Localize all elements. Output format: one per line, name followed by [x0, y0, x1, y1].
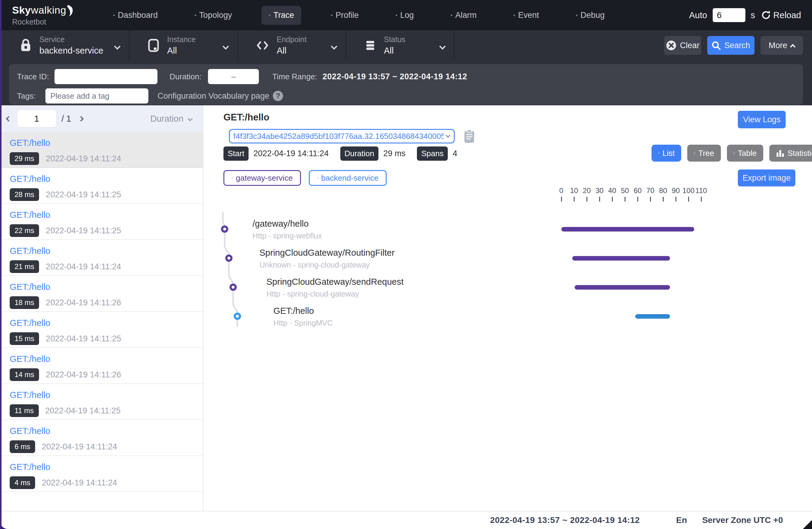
- trace-list-item[interactable]: GET:/hello 11 ms 2022-04-19 14:11:25: [0, 384, 203, 420]
- span-node-icon[interactable]: [234, 313, 241, 320]
- reload-button[interactable]: Reload: [760, 10, 801, 20]
- help-icon[interactable]: ?: [273, 91, 283, 101]
- copy-clipboard-icon[interactable]: [464, 130, 475, 144]
- view-mode-button[interactable]: Table: [727, 145, 763, 162]
- trace-timestamp: 2022-04-19 14:11:25: [46, 190, 121, 200]
- language-select[interactable]: En: [676, 515, 687, 525]
- span-row[interactable]: SpringCloudGateway/sendRequestHttp - spr…: [204, 273, 812, 302]
- trace-timestamp: 2022-04-19 14:11:24: [46, 262, 121, 271]
- search-button[interactable]: Search: [707, 36, 754, 55]
- service-chip[interactable]: backend-service: [309, 170, 387, 186]
- auto-label: Auto: [689, 10, 707, 20]
- chevron-down-icon: [188, 116, 193, 121]
- view-mode-button[interactable]: Tree: [687, 145, 721, 162]
- trace-list-item[interactable]: GET:/hello 29 ms 2022-04-19 14:11:24: [0, 132, 203, 168]
- service-chip-label: gateway-service: [236, 173, 293, 183]
- vocabulary-link[interactable]: Configuration Vocabulary page ?: [157, 91, 283, 101]
- duration-input[interactable]: [208, 69, 259, 84]
- page-total: / 1: [61, 114, 71, 124]
- trace-timestamp: 2022-04-19 14:11:26: [46, 370, 121, 380]
- nav-item[interactable]: Profile: [324, 6, 366, 25]
- span-duration-bar[interactable]: [561, 227, 694, 232]
- span-duration-bar[interactable]: [635, 314, 670, 319]
- service-icon: [19, 39, 32, 53]
- skywalking-app: Skywalking Rocketbot Dashboard Topology …: [0, 0, 812, 529]
- span-node-icon[interactable]: [225, 254, 233, 262]
- chevron-down-icon: [114, 43, 120, 50]
- filter-group[interactable]: Endpoint All: [238, 30, 346, 60]
- nav-item[interactable]: Event: [506, 6, 546, 25]
- nav-item-dot-icon: [195, 15, 196, 16]
- server-zone-select[interactable]: Server Zone UTC +0: [702, 515, 783, 525]
- span-title[interactable]: GET:/hello: [273, 306, 314, 316]
- nav-item[interactable]: Dashboard: [106, 6, 165, 25]
- view-mode-dot-icon: [734, 152, 735, 154]
- filter-group[interactable]: Service backend-service: [0, 30, 130, 60]
- next-page-icon[interactable]: [78, 116, 84, 121]
- span-duration-bar[interactable]: [572, 256, 670, 261]
- trace-duration-badge: 6 ms: [10, 440, 35, 453]
- view-mode-dot-icon: [658, 152, 659, 154]
- view-mode-button[interactable]: List: [652, 145, 681, 162]
- trace-id-select[interactable]: f4f3f3c34abe4252a89d5bf103f776aa.32.1650…: [229, 129, 455, 144]
- nav-item[interactable]: Alarm: [444, 6, 484, 25]
- service-legend: gateway-service backend-service: [223, 170, 387, 186]
- span-title[interactable]: SpringCloudGateway/RoutingFilter: [259, 248, 395, 258]
- nav-items: Dashboard Topology Trace Profile: [106, 6, 612, 25]
- reload-icon: [760, 10, 771, 20]
- sort-label: Duration: [150, 114, 184, 124]
- span-row[interactable]: /gateway/helloHttp - spring-webflux: [204, 215, 812, 244]
- nav-item-dot-icon: [269, 15, 270, 16]
- view-logs-button[interactable]: View Logs: [738, 111, 786, 128]
- span-title[interactable]: /gateway/hello: [252, 219, 308, 229]
- span-title[interactable]: SpringCloudGateway/sendRequest: [266, 277, 404, 287]
- axis-tick-label: 110: [692, 187, 710, 195]
- trace-list-item[interactable]: GET:/hello 21 ms 2022-04-19 14:11:24: [0, 240, 203, 276]
- clear-button[interactable]: Clear: [664, 36, 701, 55]
- trace-list-item[interactable]: GET:/hello 6 ms 2022-04-19 14:11:24: [0, 420, 203, 456]
- service-chip[interactable]: gateway-service: [223, 170, 301, 186]
- trace-timestamp: 2022-04-19 14:11:25: [46, 334, 121, 343]
- filter-group[interactable]: Status All: [346, 30, 455, 60]
- trace-list-item[interactable]: GET:/hello 14 ms 2022-04-19 14:11:26: [0, 348, 203, 384]
- nav-item[interactable]: Debug: [569, 6, 612, 25]
- page-input[interactable]: [17, 110, 56, 127]
- export-image-button[interactable]: Export image: [738, 170, 795, 187]
- service-chip-dot-icon: [232, 177, 233, 179]
- filter-group[interactable]: Instance All: [130, 30, 238, 60]
- time-range-value[interactable]: 2022-04-19 13:57 ~ 2022-04-19 14:12: [322, 72, 467, 82]
- trace-list-item[interactable]: GET:/hello 28 ms 2022-04-19 14:11:25: [0, 168, 203, 204]
- view-logs-label: View Logs: [743, 115, 781, 124]
- span-row[interactable]: SpringCloudGateway/RoutingFilterUnknown …: [204, 244, 812, 273]
- nav-item-dot-icon: [576, 15, 577, 16]
- service-chip-dot-icon: [317, 177, 318, 179]
- trace-list-item[interactable]: GET:/hello 22 ms 2022-04-19 14:11:25: [0, 204, 203, 240]
- tags-input[interactable]: [45, 88, 148, 103]
- trace-list-item[interactable]: GET:/hello 15 ms 2022-04-19 14:11:25: [0, 312, 203, 348]
- span-duration-bar[interactable]: [575, 285, 670, 290]
- search-panel-wrap: Trace ID: Duration: Time Range: 2022-04-…: [0, 60, 812, 105]
- status-icon: [364, 39, 377, 53]
- footer-time-range[interactable]: 2022-04-19 13:57 ~ 2022-04-19 14:12: [490, 515, 640, 525]
- nav-item-label: Dashboard: [118, 11, 158, 20]
- nav-item[interactable]: Topology: [187, 6, 239, 25]
- nav-item-label: Debug: [580, 11, 605, 20]
- span-row[interactable]: GET:/helloHttp - SpringMVC: [204, 302, 812, 331]
- span-node-icon[interactable]: [221, 225, 228, 233]
- trace-list-item[interactable]: GET:/hello 18 ms 2022-04-19 14:11:26: [0, 276, 203, 312]
- trace-id-input[interactable]: [55, 69, 157, 84]
- axis-tick-mark: [561, 197, 562, 202]
- view-mode-button[interactable]: Statistics: [769, 145, 812, 162]
- trace-list-item[interactable]: GET:/hello 4 ms 2022-04-19 14:11:24: [0, 456, 203, 492]
- auto-interval-input[interactable]: [713, 8, 745, 22]
- sort-select[interactable]: Duration: [150, 114, 192, 124]
- clear-circle-x-icon: [666, 40, 676, 50]
- nav-item[interactable]: Trace: [262, 6, 301, 25]
- search-label: Search: [724, 41, 750, 50]
- more-button[interactable]: More: [760, 36, 803, 55]
- span-node-icon[interactable]: [230, 283, 237, 291]
- logo[interactable]: Skywalking Rocketbot: [12, 4, 79, 26]
- logo-subtitle: Rocketbot: [12, 17, 79, 26]
- prev-page-icon[interactable]: [6, 116, 11, 121]
- nav-item[interactable]: Log: [389, 6, 421, 25]
